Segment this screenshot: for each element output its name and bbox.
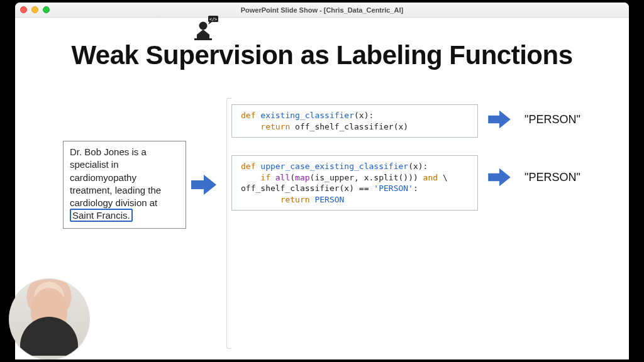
code-column: def existing_classifier(x): return off_s… <box>231 104 478 211</box>
window-controls <box>20 6 50 13</box>
zoom-icon[interactable] <box>43 6 50 13</box>
arrow-icon <box>487 109 512 129</box>
close-icon[interactable] <box>20 6 27 13</box>
slide-title: Weak Supervision as Labeling Functions <box>15 40 629 70</box>
arrow-icon <box>190 173 218 196</box>
output-row-1: "PERSON" <box>483 109 580 129</box>
app-window: PowerPoint Slide Show - [Chris_Data_Cent… <box>15 3 629 359</box>
presenter-webcam <box>9 279 89 359</box>
svg-point-3 <box>199 22 208 30</box>
svg-marker-7 <box>488 111 511 128</box>
arrow-icon <box>487 167 512 187</box>
window-title: PowerPoint Slide Show - [Chris_Data_Cent… <box>15 6 629 14</box>
svg-marker-6 <box>191 175 216 195</box>
titlebar: PowerPoint Slide Show - [Chris_Data_Cent… <box>15 3 629 18</box>
slide-content: Dr. Bob Jones is a specialist in cardiom… <box>63 104 604 229</box>
slide-canvas: Weak Supervision as Labeling Functions <… <box>15 18 629 359</box>
grouping-bracket <box>226 98 231 349</box>
developer-icon: </> <box>193 16 221 43</box>
output-label-2: "PERSON" <box>525 171 580 184</box>
output-column: "PERSON" "PERSON" <box>483 109 580 187</box>
code-box-1: def existing_classifier(x): return off_s… <box>231 104 478 138</box>
output-label-1: "PERSON" <box>525 113 580 126</box>
code-box-2: def upper_case_existing_classifier(x): i… <box>231 155 478 211</box>
example-text-box: Dr. Bob Jones is a specialist in cardiom… <box>63 141 186 229</box>
example-text: Dr. Bob Jones is a specialist in cardiom… <box>70 146 161 208</box>
svg-marker-8 <box>488 168 511 186</box>
minimize-icon[interactable] <box>31 6 38 13</box>
highlighted-entity: Saint Francis. <box>70 209 133 222</box>
svg-rect-5 <box>194 38 212 40</box>
output-row-2: "PERSON" <box>483 167 580 187</box>
svg-marker-2 <box>208 22 212 25</box>
svg-text:</>: </> <box>209 17 218 22</box>
